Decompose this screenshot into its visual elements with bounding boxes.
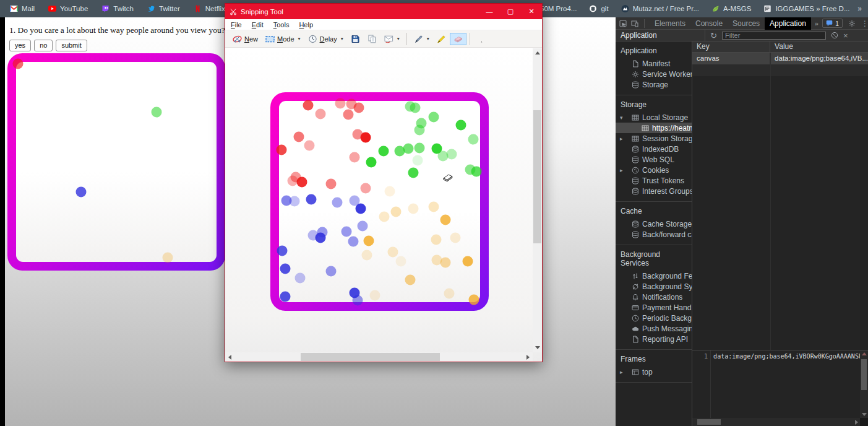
tab-elements[interactable]: Elements	[650, 17, 690, 30]
delay-tool-button[interactable]: Delay▾	[304, 33, 347, 45]
bookmark-git[interactable]: git	[589, 5, 608, 12]
sidebar-item-interest-groups[interactable]: Interest Groups	[616, 186, 692, 196]
refresh-icon[interactable]: ↻	[710, 31, 717, 40]
sidebar-item-trust-tokens[interactable]: Trust Tokens	[616, 175, 692, 186]
value-column-header[interactable]: Value	[770, 41, 868, 52]
twitter-icon	[147, 5, 155, 12]
settings-gear-icon[interactable]	[848, 20, 856, 27]
dropdown-caret-icon[interactable]: ▾	[397, 36, 400, 41]
heatmap-canvas[interactable]	[7, 53, 225, 271]
bookmark-mail[interactable]: Mail	[10, 5, 35, 12]
maximize-button[interactable]: ▢	[500, 4, 521, 19]
bookmark-twitter[interactable]: Twitter	[147, 5, 180, 12]
scroll-thumb[interactable]	[301, 353, 440, 361]
close-button[interactable]: ✕	[521, 4, 542, 19]
tab-application[interactable]: Application	[765, 17, 811, 30]
expander-icon[interactable]: ▸	[620, 136, 623, 142]
delete-selected-icon[interactable]: ×	[843, 31, 848, 40]
bookmark-youtube[interactable]: YouTube	[48, 5, 88, 12]
sidebar-item-service-workers[interactable]: Service Workers	[616, 69, 692, 79]
kebab-menu-icon[interactable]: ⋮	[861, 19, 868, 28]
console-messages-badge[interactable]: 1	[822, 19, 843, 28]
sidebar-item-cookies[interactable]: ▸Cookies	[616, 165, 692, 175]
storage-row-canvas[interactable]: canvasdata:image/png;base64,iVB...	[692, 53, 868, 64]
mail-tool-button[interactable]: ▾	[380, 33, 403, 45]
column-divider[interactable]	[770, 53, 771, 350]
eraser-tool-button[interactable]	[450, 33, 466, 45]
sidebar-item-background-sync[interactable]: Background Sync	[616, 281, 692, 292]
filter-input[interactable]	[722, 32, 826, 40]
expander-icon[interactable]: ▸	[620, 369, 623, 375]
sidebar-item-manifest[interactable]: Manifest	[616, 58, 692, 69]
sidebar-item-notifications[interactable]: Notifications	[616, 292, 692, 302]
scroll-down-button[interactable]	[533, 343, 542, 352]
bookmark-igggames-free-d-[interactable]: IGGGAMES » Free D...	[763, 5, 849, 12]
copy-tool-button[interactable]	[364, 33, 380, 45]
bookmark-mutaz-net-free-pr-[interactable]: Mutaz.net / Free Pr...	[621, 5, 699, 12]
heat-dot-b	[277, 246, 288, 256]
menu-file[interactable]: File	[231, 21, 242, 28]
scroll-left-button[interactable]	[225, 352, 234, 362]
menu-help[interactable]: Help	[299, 21, 313, 28]
new-tool-button[interactable]: New	[229, 33, 262, 45]
bookmark-twitch[interactable]: Twitch	[101, 5, 134, 12]
sidebar-item-local-storage[interactable]: ▾Local Storage	[616, 112, 692, 123]
sidebar-item-web-sql[interactable]: Web SQL	[616, 154, 692, 165]
clear-icon[interactable]	[831, 32, 838, 39]
expander-icon[interactable]: ▾	[620, 115, 623, 121]
sidebar-item-periodic-background-sync[interactable]: Periodic Background Sync	[616, 313, 692, 323]
scroll-thumb[interactable]	[697, 419, 721, 425]
mode-tool-button[interactable]: Mode▾	[262, 33, 304, 45]
submit-button[interactable]: submit	[56, 40, 87, 51]
tab-console[interactable]: Console	[690, 17, 728, 30]
dropdown-caret-icon[interactable]: ▾	[298, 36, 301, 41]
no-button[interactable]: no	[34, 40, 53, 51]
pen-tool-button[interactable]: ▾	[410, 33, 433, 45]
scroll-down-button[interactable]	[862, 413, 867, 416]
device-toolbar-icon[interactable]	[631, 20, 638, 27]
snip-horizontal-scrollbar[interactable]	[225, 352, 533, 362]
menu-edit[interactable]: Edit	[252, 21, 264, 28]
preview-code[interactable]: data:image/png;base64,iVBORw0KGgoAAAANSU…	[713, 350, 860, 360]
sidebar-item-payment-handler[interactable]: Payment Handler	[616, 302, 692, 313]
sidebar-item-back-forward-cache[interactable]: Back/forward cache	[616, 229, 692, 240]
scroll-up-button[interactable]	[862, 352, 867, 355]
scroll-up-button[interactable]	[533, 48, 542, 58]
save-tool-button[interactable]	[347, 33, 364, 45]
preview-vertical-scrollbar[interactable]	[860, 350, 868, 418]
balloon-tool-button[interactable]	[473, 33, 490, 45]
bell-icon	[632, 293, 639, 301]
inspect-element-icon[interactable]	[619, 20, 627, 27]
yes-button[interactable]: yes	[9, 40, 31, 51]
menu-tools[interactable]: Tools	[273, 21, 290, 28]
highlighter-tool-button[interactable]	[433, 33, 450, 45]
bookmarks-overflow-chevron-icon[interactable]: »	[857, 4, 862, 13]
sidebar-item-reporting-api[interactable]: Reporting API	[616, 334, 692, 344]
scroll-right-button[interactable]	[523, 352, 533, 362]
sidebar-item-https-heatmap-test-ah11s[interactable]: https://heatmap-test.ah11s	[616, 123, 692, 133]
dropdown-caret-icon[interactable]: ▾	[341, 36, 343, 41]
bookmark-netflix[interactable]: Netflix	[194, 5, 225, 12]
scroll-thumb[interactable]	[861, 359, 867, 390]
heat-dot-b	[316, 233, 326, 243]
preview-horizontal-scrollbar[interactable]	[692, 418, 860, 426]
snipping-tool-titlebar[interactable]: Snipping Tool — ▢ ✕	[225, 4, 542, 19]
minimize-button[interactable]: —	[479, 4, 500, 19]
sidebar-item-push-messaging[interactable]: Push Messaging	[616, 323, 692, 334]
scroll-thumb[interactable]	[533, 110, 541, 243]
sidebar-item-indexeddb[interactable]: IndexedDB	[616, 144, 692, 154]
sidebar-item-top[interactable]: ▸top	[616, 367, 692, 377]
sidebar-item-storage[interactable]: Storage	[616, 79, 692, 90]
tab-sources[interactable]: Sources	[728, 17, 765, 30]
sidebar-item-session-storage[interactable]: ▸Session Storage	[616, 133, 692, 144]
devtools-panel: ElementsConsoleSourcesApplication » 1 ⋮ …	[616, 17, 868, 426]
sidebar-item-cache-storage[interactable]: Cache Storage	[616, 219, 692, 229]
sidebar-item-background-fetch[interactable]: Background Fetch	[616, 271, 692, 281]
scroll-right-button[interactable]	[855, 420, 858, 425]
snip-vertical-scrollbar[interactable]	[533, 48, 542, 352]
expander-icon[interactable]: ▸	[620, 167, 623, 173]
more-tabs-chevron-icon[interactable]: »	[811, 20, 822, 27]
bookmark-a-msgs[interactable]: A-MSGS	[711, 5, 751, 12]
key-column-header[interactable]: Key	[692, 41, 770, 52]
dropdown-caret-icon[interactable]: ▾	[427, 36, 429, 41]
